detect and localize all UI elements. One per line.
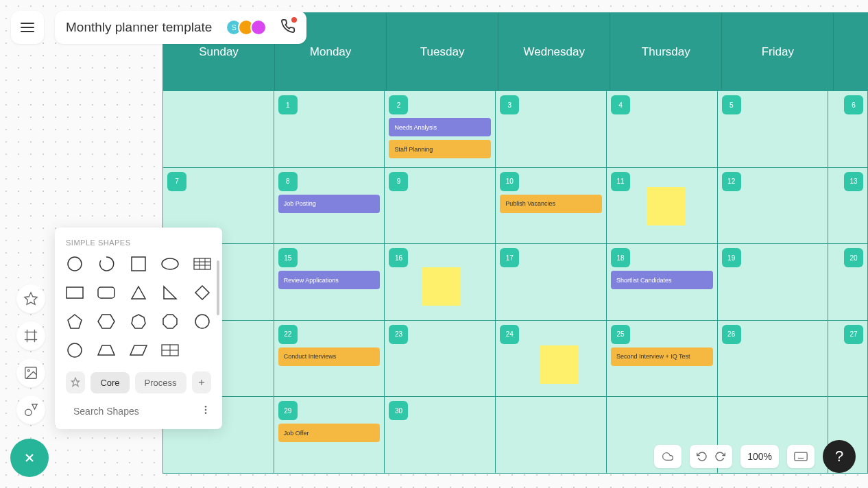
calendar-row: 22Conduct Interviews232425Second Intervi… — [163, 320, 867, 397]
calendar-cell[interactable]: 23 — [385, 321, 496, 397]
day-number: 17 — [500, 248, 519, 267]
calendar-cell[interactable]: 11 — [607, 168, 718, 244]
triangle-shape[interactable] — [130, 284, 147, 302]
calendar-cell[interactable]: 25Second Interview + IQ Test — [607, 321, 718, 397]
avatar[interactable] — [250, 19, 267, 36]
calendar-row: 12Needs AnalysisStaff Planning3456 — [163, 90, 867, 167]
zoom-level[interactable]: 100% — [747, 451, 772, 462]
cloud-button[interactable] — [654, 445, 682, 468]
oval-shape[interactable] — [66, 341, 84, 359]
heptagon-shape[interactable] — [130, 313, 147, 330]
octagon-shape[interactable] — [161, 313, 179, 330]
star-tool[interactable] — [16, 284, 45, 313]
calendar-event[interactable]: Shortlist Candidates — [611, 271, 713, 289]
call-button[interactable] — [280, 19, 296, 36]
calendar-cell[interactable]: 24 — [496, 321, 607, 397]
calendar-event[interactable]: Conduct Interviews — [278, 347, 381, 366]
calendar-cell[interactable]: 17 — [496, 244, 607, 320]
calendar-cell[interactable]: 1 — [274, 91, 385, 167]
calendar: Sunday Monday Tuesday Wednesday Thursday… — [162, 12, 868, 474]
shapes-search-input[interactable] — [73, 406, 193, 417]
calendar-cell[interactable]: 2Needs AnalysisStaff Planning — [385, 91, 496, 167]
diamond-shape[interactable] — [193, 284, 211, 302]
help-button[interactable]: ? — [823, 440, 856, 473]
arc-shape[interactable] — [97, 255, 115, 273]
polygon-shape[interactable] — [193, 313, 211, 330]
redo-icon[interactable] — [714, 451, 725, 462]
calendar-cell[interactable]: 5 — [718, 91, 829, 167]
calendar-cell[interactable] — [496, 397, 607, 473]
close-button[interactable] — [10, 439, 49, 477]
rounded-rect-shape[interactable] — [97, 284, 115, 302]
calendar-event[interactable]: Second Interview + IQ Test — [611, 347, 713, 366]
svg-marker-24 — [68, 315, 82, 328]
shapes-tool[interactable] — [16, 395, 45, 424]
calendar-cell[interactable]: 9 — [385, 168, 496, 244]
day-number: 26 — [722, 325, 741, 344]
calendar-cell[interactable]: 18Shortlist Candidates — [607, 244, 718, 320]
sticky-note[interactable] — [540, 345, 578, 384]
svg-marker-31 — [130, 345, 147, 355]
title-bar: Monthly planner template S — [55, 11, 306, 44]
calendar-cell[interactable]: 6 — [828, 91, 867, 167]
pentagon-shape[interactable] — [66, 313, 84, 330]
calendar-cell[interactable]: 4 — [607, 91, 718, 167]
day-number: 4 — [611, 95, 630, 114]
calendar-cell[interactable]: 30 — [385, 397, 496, 473]
calendar-cell[interactable]: 22Conduct Interviews — [274, 321, 385, 397]
table-shape[interactable] — [193, 255, 211, 273]
calendar-cell[interactable]: 26 — [718, 321, 829, 397]
frame-tool[interactable] — [16, 321, 45, 350]
day-number: 13 — [844, 172, 863, 191]
parallelogram-shape[interactable] — [130, 341, 147, 359]
grid-shape[interactable] — [161, 341, 179, 359]
square-shape[interactable] — [130, 255, 147, 273]
keyboard-icon — [794, 452, 808, 461]
calendar-cell[interactable]: 13 — [828, 168, 867, 244]
circle-shape[interactable] — [66, 255, 84, 273]
calendar-cell[interactable]: 3 — [496, 91, 607, 167]
add-tab-button[interactable] — [192, 371, 211, 393]
dots-vertical-icon — [200, 404, 211, 415]
more-options-button[interactable] — [200, 404, 211, 418]
ellipse-shape[interactable] — [161, 255, 179, 273]
menu-button[interactable] — [11, 11, 44, 44]
calendar-cell[interactable]: 16 — [385, 244, 496, 320]
tab-core[interactable]: Core — [91, 372, 129, 393]
pin-button[interactable] — [66, 371, 85, 393]
calendar-event[interactable]: Job Offer — [278, 424, 381, 442]
undo-icon[interactable] — [697, 451, 708, 462]
calendar-cell[interactable]: 19 — [718, 244, 829, 320]
calendar-cell[interactable]: 12 — [718, 168, 829, 244]
calendar-event[interactable]: Review Applications — [278, 271, 381, 289]
calendar-cell[interactable]: 20 — [828, 244, 867, 320]
calendar-event[interactable]: Staff Planning — [389, 140, 491, 158]
rectangle-shape[interactable] — [66, 284, 84, 302]
frame-icon — [23, 328, 38, 343]
image-tool[interactable] — [16, 358, 45, 387]
svg-rect-12 — [132, 257, 145, 271]
keyboard-button[interactable] — [787, 445, 815, 468]
calendar-cell[interactable]: 27 — [828, 321, 867, 397]
trapezoid-shape[interactable] — [97, 341, 115, 359]
calendar-event[interactable]: Publish Vacancies — [500, 195, 602, 213]
shapes-scrollbar[interactable] — [217, 260, 219, 315]
calendar-cell[interactable]: 15Review Applications — [274, 244, 385, 320]
calendar-cell[interactable]: 8Job Posting — [274, 168, 385, 244]
pin-icon — [70, 377, 81, 388]
calendar-cell[interactable] — [163, 91, 274, 167]
plus-icon — [197, 378, 206, 387]
calendar-cell[interactable]: 10Publish Vacancies — [496, 168, 607, 244]
calendar-event[interactable]: Job Posting — [278, 195, 381, 213]
day-number: 15 — [278, 248, 298, 267]
hexagon-shape[interactable] — [97, 313, 115, 330]
calendar-cell[interactable]: 29Job Offer — [274, 397, 385, 473]
sticky-note[interactable] — [647, 187, 685, 225]
calendar-event[interactable]: Needs Analysis — [389, 118, 491, 136]
day-number: 29 — [278, 401, 298, 420]
page-title: Monthly planner template — [66, 20, 212, 35]
right-triangle-shape[interactable] — [161, 284, 179, 302]
tab-process[interactable]: Process — [135, 372, 186, 393]
svg-point-39 — [205, 406, 207, 408]
sticky-note[interactable] — [422, 267, 460, 306]
